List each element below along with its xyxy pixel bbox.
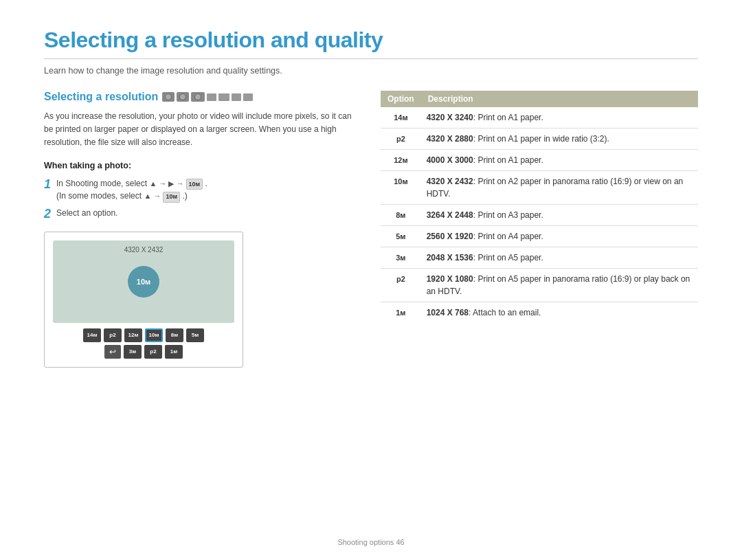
res-icon-3: 10м xyxy=(394,176,407,188)
step-1-arrows: ▲ → ▶ → xyxy=(149,179,186,188)
menu-icon-3m[interactable]: 3м xyxy=(124,345,142,359)
page-title: Selecting a resolution and quality xyxy=(44,27,698,53)
step-1-period: . xyxy=(205,179,207,188)
resolution-center-text: 10м xyxy=(137,278,150,286)
option-desc-cell: 4320 X 3240: Print on A1 paper. xyxy=(421,107,698,128)
menu-row-2: ↩ 3м р2 1м xyxy=(53,345,234,359)
step-1-icon2: 10м xyxy=(163,192,180,203)
menu-icon-p2-2[interactable]: р2 xyxy=(144,345,162,359)
step-1: 1 In Shooting mode, select ▲ → ▶ → 10м .… xyxy=(44,177,360,203)
content-area: Selecting a resolution As you increase t… xyxy=(44,91,698,368)
options-table: Option Description 14м4320 X 3240: Print… xyxy=(381,91,698,323)
menu-icon-5m[interactable]: 5м xyxy=(186,328,204,342)
option-icon-cell: 3м xyxy=(381,247,421,269)
option-resolution: 2560 X 1920 xyxy=(427,232,473,241)
table-row: 8м3264 X 2448: Print on A3 paper. xyxy=(381,205,698,226)
option-icon-cell: 5м xyxy=(381,226,421,247)
table-row: 1м1024 X 768: Attach to an email. xyxy=(381,302,698,324)
table-row: р21920 X 1080: Print on A5 paper in pano… xyxy=(381,269,698,302)
step-1-text: In Shooting mode, select ▲ → ▶ → 10м . (… xyxy=(56,177,360,203)
right-column: Option Description 14м4320 X 3240: Print… xyxy=(381,91,698,368)
option-resolution: 1920 X 1080 xyxy=(427,274,473,284)
res-icon-0: 14м xyxy=(394,112,407,124)
table-row: 10м4320 X 2432: Print on A2 paper in pan… xyxy=(381,171,698,205)
option-description: : Print on A5 paper. xyxy=(473,253,543,262)
option-icon-cell: р2 xyxy=(381,128,421,150)
step-2-text: Select an option. xyxy=(56,207,360,219)
option-description: : Print on A4 paper. xyxy=(473,232,543,241)
option-icon-cell: р2 xyxy=(381,269,421,302)
section-title: Selecting a resolution xyxy=(44,91,360,103)
camera-preview: 4320 X 2432 10м 14м р2 12м 10м 8м 5м ↩ xyxy=(44,232,243,368)
option-icon-cell: 12м xyxy=(381,150,421,171)
section-icons xyxy=(162,92,253,102)
option-resolution: 1024 X 768 xyxy=(427,308,469,317)
camera-icon-2 xyxy=(177,92,189,102)
step-1-number: 1 xyxy=(44,177,51,192)
res-icon-6: 3м xyxy=(396,252,405,264)
option-desc-cell: 4320 X 2880: Print on A1 paper in wide r… xyxy=(421,128,698,150)
option-desc-cell: 4000 X 3000: Print on A1 paper. xyxy=(421,150,698,171)
option-desc-cell: 2048 X 1536: Print on A5 paper. xyxy=(421,247,698,269)
option-description: : Print on A1 paper in wide ratio (3:2). xyxy=(473,134,609,144)
table-row: 3м2048 X 1536: Print on A5 paper. xyxy=(381,247,698,269)
section-title-text: Selecting a resolution xyxy=(44,91,158,103)
option-desc-cell: 1024 X 768: Attach to an email. xyxy=(421,302,698,324)
option-desc-cell: 3264 X 2448: Print on A3 paper. xyxy=(421,205,698,226)
res-icon-5: 5м xyxy=(396,231,405,243)
option-icon-cell: 1м xyxy=(381,302,421,324)
res-icon-8: 1м xyxy=(396,307,405,319)
step-2-number: 2 xyxy=(44,207,51,222)
body-text: As you increase the resolution, your pho… xyxy=(44,110,360,150)
menu-icon-12m[interactable]: 12м xyxy=(124,328,142,342)
camera-icon xyxy=(162,92,175,102)
option-icon-cell: 8м xyxy=(381,205,421,226)
option-resolution: 4320 X 3240 xyxy=(427,113,473,122)
res-icon-2: 12м xyxy=(394,155,407,166)
option-description: : Print on A1 paper. xyxy=(473,155,543,165)
step-1-text-part1: In Shooting mode, select xyxy=(56,179,149,188)
menu-icon-8m[interactable]: 8м xyxy=(166,328,183,342)
res-icon-4: 8м xyxy=(396,210,405,221)
step-1-text-part3: .) xyxy=(182,191,187,201)
menu-icon-10m[interactable]: 10м xyxy=(145,328,163,342)
option-icon-cell: 14м xyxy=(381,107,421,128)
table-row: р24320 X 2880: Print on A1 paper in wide… xyxy=(381,128,698,150)
option-description: : Attach to an email. xyxy=(469,308,541,317)
option-description: : Print on A1 paper. xyxy=(473,113,543,122)
left-column: Selecting a resolution As you increase t… xyxy=(44,91,360,368)
option-resolution: 4000 X 3000 xyxy=(427,155,473,165)
page-subtitle: Learn how to change the image resolution… xyxy=(44,66,698,76)
col-option: Option xyxy=(381,91,421,107)
table-header-row: Option Description xyxy=(381,91,698,107)
table-row: 5м2560 X 1920: Print on A4 paper. xyxy=(381,226,698,247)
mode-icon-2 xyxy=(218,93,229,101)
resolution-center-button[interactable]: 10м xyxy=(128,266,159,298)
steps-list: 1 In Shooting mode, select ▲ → ▶ → 10м .… xyxy=(44,177,360,222)
option-resolution: 2048 X 1536 xyxy=(427,253,473,262)
res-icon-1: р2 xyxy=(396,133,405,145)
mode-icon-4 xyxy=(243,93,253,101)
option-description: : Print on A3 paper. xyxy=(473,210,543,220)
option-resolution: 4320 X 2432 xyxy=(427,177,473,186)
option-resolution: 3264 X 2448 xyxy=(427,210,473,220)
menu-icon-14m[interactable]: 14м xyxy=(83,328,101,342)
title-divider xyxy=(44,58,698,59)
back-button[interactable]: ↩ xyxy=(104,345,121,359)
mode-icon-3 xyxy=(232,93,241,101)
step-1-icon: 10м xyxy=(186,179,203,190)
option-desc-cell: 2560 X 1920: Print on A4 paper. xyxy=(421,226,698,247)
step-1-text-part2: (In some modes, select xyxy=(56,191,144,201)
menu-icon-1m[interactable]: 1м xyxy=(165,345,183,359)
preview-screen: 4320 X 2432 10м xyxy=(53,240,234,323)
menu-icon-p2[interactable]: р2 xyxy=(104,328,122,342)
page-footer: Shooting options 46 xyxy=(0,538,742,546)
step-2: 2 Select an option. xyxy=(44,207,360,222)
table-row: 14м4320 X 3240: Print on A1 paper. xyxy=(381,107,698,128)
option-resolution: 4320 X 2880 xyxy=(427,134,473,144)
option-desc-cell: 4320 X 2432: Print on A2 paper in panora… xyxy=(421,171,698,205)
camera-icon-3 xyxy=(191,92,205,102)
preview-resolution-label: 4320 X 2432 xyxy=(124,246,164,254)
option-icon-cell: 10м xyxy=(381,171,421,205)
menu-row-1: 14м р2 12м 10м 8м 5м xyxy=(53,328,234,342)
